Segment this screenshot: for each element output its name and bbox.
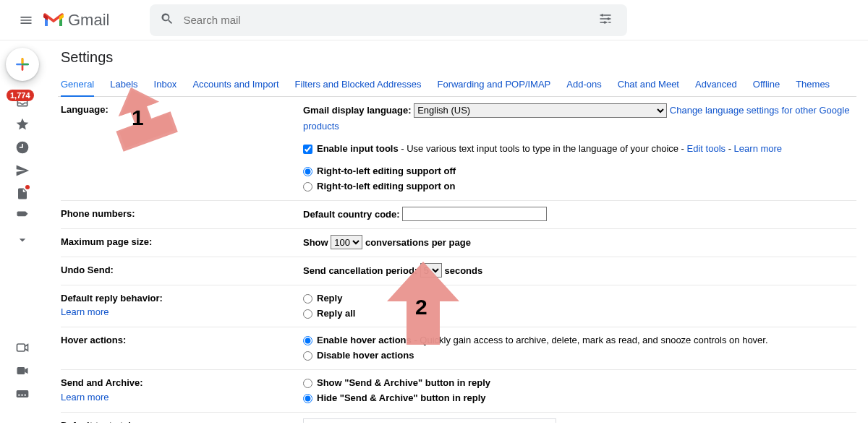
reply-all-radio[interactable] [303, 309, 312, 319]
search-icon [160, 12, 174, 28]
svg-rect-7 [21, 395, 23, 396]
undo-label: Undo Send: [61, 263, 303, 279]
tab-inbox[interactable]: Inbox [154, 73, 177, 96]
sendarchive-learn-more[interactable]: Learn more [61, 392, 109, 403]
tab-forward[interactable]: Forwarding and POP/IMAP [437, 73, 550, 96]
textstyle-label: Default text style: [61, 420, 139, 423]
hover-enable-radio[interactable] [303, 336, 312, 345]
svg-point-1 [608, 17, 610, 20]
sidebar-snoozed[interactable] [8, 137, 37, 158]
sa-opt2: Hide "Send & Archive" button in reply [317, 391, 486, 406]
enable-input-tools-checkbox[interactable] [303, 145, 312, 154]
hover-opt1-pre: Enable hover actions [317, 335, 412, 345]
svg-point-2 [604, 21, 606, 23]
undo-select[interactable]: 5 [420, 263, 442, 278]
gmail-icon [43, 12, 64, 28]
settings-tabs: General Labels Inbox Accounts and Import… [58, 73, 856, 97]
gmail-logo-text: Gmail [68, 11, 109, 30]
rtl-off-label: Right-to-left editing support off [317, 164, 456, 179]
input-tools-learn-more[interactable]: Learn more [734, 143, 782, 154]
sidebar-hangouts[interactable] [8, 384, 37, 404]
reply-learn-more[interactable]: Learn more [61, 306, 109, 317]
hover-opt2: Disable hover actions [317, 348, 414, 364]
display-language-select[interactable]: English (US) [414, 103, 667, 118]
tab-chat[interactable]: Chat and Meet [618, 73, 679, 96]
sidebar-drafts[interactable] [8, 184, 37, 204]
tab-addons[interactable]: Add-ons [566, 73, 601, 96]
sidebar-meet-join[interactable] [8, 361, 37, 381]
pagesize-select[interactable]: 100 [331, 235, 362, 249]
reply-label: Default reply behavior: [61, 293, 163, 304]
gmail-logo[interactable]: Gmail [43, 11, 109, 30]
rtl-on-label: Right-to-left editing support on [317, 179, 455, 194]
tab-accounts[interactable]: Accounts and Import [192, 73, 278, 96]
sidebar-meet-new[interactable] [8, 337, 37, 358]
inbox-badge: 1,774 [7, 90, 34, 101]
tab-offline[interactable]: Offline [753, 73, 780, 96]
enable-input-desc: - Use various text input tools to type i… [399, 143, 687, 154]
drafts-indicator [25, 185, 30, 189]
svg-rect-4 [17, 367, 25, 374]
undo-prefix: Send cancellation period: [303, 265, 417, 276]
undo-suffix: seconds [444, 265, 482, 276]
svg-rect-8 [25, 395, 27, 396]
hover-label: Hover actions: [61, 333, 303, 364]
country-code-input[interactable] [402, 207, 547, 221]
main-menu-button[interactable] [12, 6, 41, 35]
page-title: Settings [61, 49, 868, 66]
svg-rect-3 [17, 344, 25, 351]
language-label: Language: [61, 103, 303, 194]
tab-advanced[interactable]: Advanced [695, 73, 737, 96]
text-style-box: Comic Sa...▼ ᴛT▼ A▼ This is what your bo… [303, 418, 556, 423]
svg-rect-6 [18, 395, 20, 396]
pagesize-suffix: conversations per page [365, 237, 471, 248]
sidebar-categories[interactable] [8, 207, 37, 227]
sa-show-radio[interactable] [303, 379, 312, 388]
tab-themes[interactable]: Themes [796, 73, 830, 96]
search-input[interactable] [182, 13, 594, 27]
search-bar[interactable] [150, 4, 627, 36]
sa-opt1: Show "Send & Archive" button in reply [317, 376, 490, 391]
rtl-on-radio[interactable] [303, 182, 312, 192]
rtl-off-radio[interactable] [303, 167, 312, 176]
compose-button[interactable] [6, 48, 39, 81]
sa-hide-radio[interactable] [303, 394, 312, 403]
sendarchive-label: Send and Archive: [61, 377, 143, 388]
sidebar-bottom[interactable] [8, 407, 37, 427]
reply-radio[interactable] [303, 294, 312, 304]
hover-opt1-desc: - Quickly gain access to archive, delete… [412, 335, 768, 345]
sidebar-more[interactable] [8, 230, 37, 250]
default-cc-label: Default country code: [303, 209, 400, 220]
hover-disable-radio[interactable] [303, 351, 312, 361]
tab-filters[interactable]: Filters and Blocked Addresses [295, 73, 422, 96]
phone-label: Phone numbers: [61, 207, 303, 223]
tab-general[interactable]: General [61, 73, 94, 97]
pagesize-show: Show [303, 237, 328, 248]
reply-opt2: Reply all [317, 306, 355, 322]
sidebar-inbox[interactable]: 1,774 [8, 91, 37, 111]
tab-labels[interactable]: Labels [110, 73, 137, 96]
sidebar-sent[interactable] [8, 160, 37, 181]
search-options-icon[interactable] [594, 7, 617, 33]
edit-tools-link[interactable]: Edit tools [687, 143, 726, 154]
svg-point-0 [602, 14, 604, 16]
reply-opt1: Reply [317, 291, 342, 306]
svg-rect-5 [17, 390, 29, 397]
display-language-label: Gmail display language: [303, 105, 412, 116]
sidebar-starred[interactable] [8, 114, 37, 134]
pagesize-label: Maximum page size: [61, 235, 303, 251]
enable-input-label: Enable input tools [317, 143, 399, 154]
